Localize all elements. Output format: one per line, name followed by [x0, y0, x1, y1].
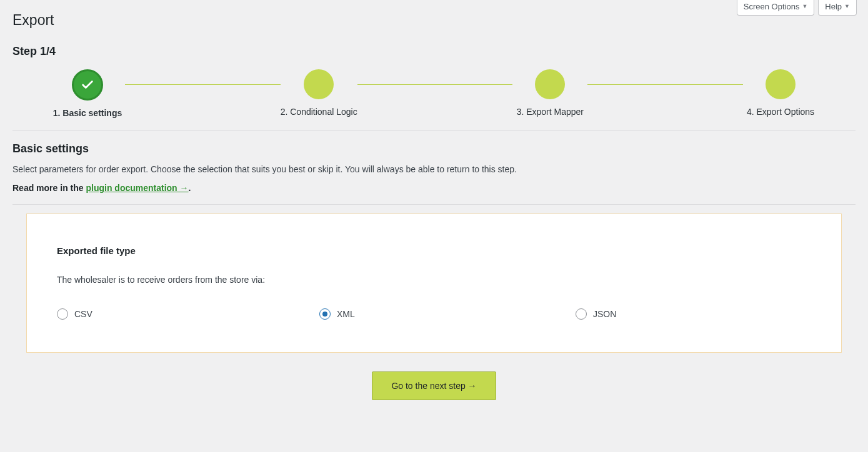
screen-options-button[interactable]: Screen Options ▼ — [737, 0, 815, 16]
read-more: Read more in the plugin documentation →. — [12, 183, 856, 193]
step-export-options[interactable]: 4. Export Options — [743, 69, 818, 117]
step-counter: Step 1/4 — [12, 45, 856, 58]
step-circle — [535, 69, 565, 99]
documentation-link[interactable]: plugin documentation → — [86, 183, 188, 193]
step-label: 4. Export Options — [747, 107, 814, 117]
step-connector — [357, 84, 513, 85]
stepper: 1. Basic settings 2. Conditional Logic 3… — [12, 69, 856, 118]
step-label: 3. Export Mapper — [517, 107, 584, 117]
divider — [12, 204, 856, 205]
step-export-mapper[interactable]: 3. Export Mapper — [512, 69, 587, 117]
section-description: Select parameters for order export. Choo… — [12, 164, 856, 174]
step-conditional-logic[interactable]: 2. Conditional Logic — [281, 69, 357, 117]
card-heading: Exported file type — [57, 245, 811, 256]
help-label: Help — [825, 2, 842, 12]
step-basic-settings[interactable]: 1. Basic settings — [50, 69, 125, 118]
radio-icon — [57, 308, 68, 320]
step-connector — [587, 84, 743, 85]
radio-label: JSON — [593, 309, 616, 319]
file-type-card: Exported file type The wholesaler is to … — [26, 214, 842, 353]
file-type-options: CSV XML JSON — [57, 308, 811, 320]
radio-dot — [322, 312, 327, 317]
read-more-suffix: . — [189, 183, 191, 193]
screen-options-label: Screen Options — [744, 2, 800, 12]
page-title: Export — [12, 6, 856, 31]
check-icon — [81, 78, 94, 92]
step-circle — [766, 69, 796, 99]
radio-icon-selected — [319, 308, 331, 320]
chevron-down-icon: ▼ — [802, 3, 807, 10]
help-button[interactable]: Help ▼ — [818, 0, 857, 16]
chevron-down-icon: ▼ — [844, 3, 850, 10]
read-more-prefix: Read more in the — [12, 183, 86, 193]
radio-icon — [576, 308, 587, 320]
step-label: 1. Basic settings — [53, 108, 122, 118]
step-circle — [304, 69, 334, 99]
next-step-button[interactable]: Go to the next step → — [372, 371, 496, 400]
step-circle-active — [72, 69, 103, 101]
step-connector — [125, 84, 281, 85]
radio-label: CSV — [74, 309, 92, 319]
step-label: 2. Conditional Logic — [281, 107, 357, 117]
radio-csv[interactable]: CSV — [57, 308, 319, 320]
card-subtext: The wholesaler is to receive orders from… — [57, 275, 811, 285]
section-title: Basic settings — [12, 142, 856, 155]
radio-xml[interactable]: XML — [319, 308, 576, 320]
radio-label: XML — [337, 309, 355, 319]
radio-json[interactable]: JSON — [576, 308, 811, 320]
divider — [12, 130, 856, 131]
